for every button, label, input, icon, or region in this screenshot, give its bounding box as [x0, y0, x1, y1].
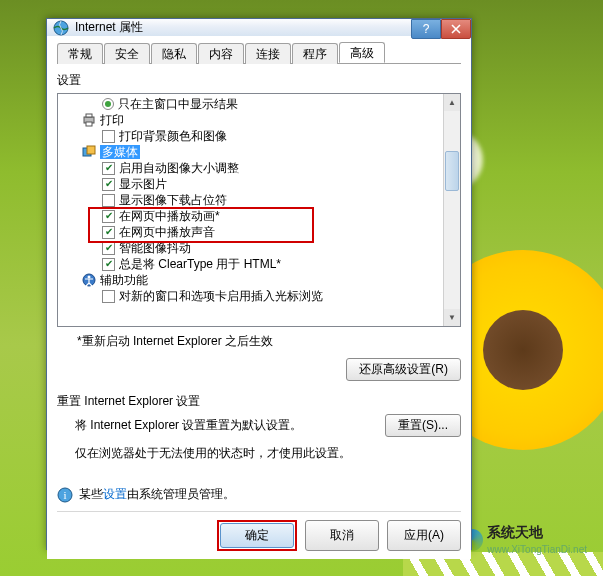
svg-text:i: i	[63, 489, 66, 501]
tabstrip: 常规 安全 隐私 内容 连接 程序 高级	[57, 42, 461, 64]
restart-note: *重新启动 Internet Explorer 之后生效	[77, 333, 461, 350]
watermark-url: www.XiTongTianDi.net	[487, 544, 587, 555]
settings-label: 设置	[57, 72, 461, 89]
tree-item-cleartype[interactable]: 总是将 ClearType 用于 HTML*	[64, 256, 441, 272]
reset-desc: 将 Internet Explorer 设置重置为默认设置。	[75, 417, 385, 434]
checkbox-icon[interactable]	[102, 194, 115, 207]
scrollbar[interactable]: ▲ ▼	[443, 94, 460, 326]
tree-category-printing[interactable]: 打印	[64, 112, 441, 128]
internet-options-dialog: Internet 属性 ? 常规 安全 隐私 内容 连接 程序 高级 设置	[46, 18, 472, 550]
ok-button[interactable]: 确定	[220, 523, 294, 548]
divider	[57, 511, 461, 512]
checkbox-icon[interactable]	[102, 210, 115, 223]
checkbox-icon[interactable]	[102, 242, 115, 255]
svg-rect-3	[86, 122, 92, 126]
tree-category-accessibility[interactable]: 辅助功能	[64, 272, 441, 288]
highlight-annotation-ok: 确定	[217, 520, 297, 551]
scroll-down-button[interactable]: ▼	[444, 309, 460, 326]
settings-link[interactable]: 设置	[103, 487, 127, 501]
info-icon: i	[57, 487, 73, 503]
tree-item-main-window[interactable]: 只在主窗口中显示结果	[64, 96, 441, 112]
tree-item-smart-dither[interactable]: 智能图像抖动	[64, 240, 441, 256]
tab-programs[interactable]: 程序	[292, 43, 338, 64]
scroll-track[interactable]	[444, 111, 460, 309]
advanced-tab-panel: 设置 只在主窗口中显示结果 打印 打印背景颜色和图	[57, 70, 461, 551]
tab-general[interactable]: 常规	[57, 43, 103, 64]
checkbox-icon[interactable]	[102, 178, 115, 191]
scroll-up-button[interactable]: ▲	[444, 94, 460, 111]
tree-item-show-placeholders[interactable]: 显示图像下载占位符	[64, 192, 441, 208]
tree-item-caret-browsing[interactable]: 对新的窗口和选项卡启用插入光标浏览	[64, 288, 441, 304]
watermark-name: 系统天地	[487, 524, 543, 540]
admin-note: i 某些设置由系统管理员管理。	[57, 486, 461, 503]
reset-warning: 仅在浏览器处于无法使用的状态时，才使用此设置。	[75, 445, 461, 462]
reset-heading: 重置 Internet Explorer 设置	[57, 393, 461, 410]
checkbox-icon[interactable]	[102, 290, 115, 303]
window-title: Internet 属性	[75, 19, 143, 36]
watermark: 系统天地 www.XiTongTianDi.net	[461, 524, 587, 556]
tab-privacy[interactable]: 隐私	[151, 43, 197, 64]
tree-item-play-sounds[interactable]: 在网页中播放声音	[64, 224, 441, 240]
checkbox-icon[interactable]	[102, 258, 115, 271]
svg-rect-2	[86, 114, 92, 117]
checkbox-icon[interactable]	[102, 130, 115, 143]
accessibility-icon	[82, 273, 96, 287]
settings-tree: 只在主窗口中显示结果 打印 打印背景颜色和图像	[57, 93, 461, 327]
multimedia-icon	[82, 145, 96, 159]
reset-button[interactable]: 重置(S)...	[385, 414, 461, 437]
close-button[interactable]	[441, 19, 471, 39]
titlebar: Internet 属性 ?	[47, 19, 471, 36]
tree-item-play-animations[interactable]: 在网页中播放动画*	[64, 208, 441, 224]
tree-category-multimedia[interactable]: 多媒体	[64, 144, 441, 160]
tab-connections[interactable]: 连接	[245, 43, 291, 64]
printer-icon	[82, 113, 96, 127]
restore-defaults-button[interactable]: 还原高级设置(R)	[346, 358, 461, 381]
help-button[interactable]: ?	[411, 19, 441, 39]
tree-item-show-images[interactable]: 显示图片	[64, 176, 441, 192]
checkbox-icon[interactable]	[102, 162, 115, 175]
checkbox-icon[interactable]	[102, 226, 115, 239]
scroll-thumb[interactable]	[445, 151, 459, 191]
globe-icon	[53, 20, 69, 36]
tree-item-print-bg[interactable]: 打印背景颜色和图像	[64, 128, 441, 144]
tab-security[interactable]: 安全	[104, 43, 150, 64]
tab-advanced[interactable]: 高级	[339, 42, 385, 63]
radio-icon[interactable]	[102, 98, 114, 110]
svg-rect-5	[87, 146, 95, 154]
svg-point-7	[88, 276, 91, 279]
cancel-button[interactable]: 取消	[305, 520, 379, 551]
tree-item-auto-resize[interactable]: 启用自动图像大小调整	[64, 160, 441, 176]
apply-button[interactable]: 应用(A)	[387, 520, 461, 551]
tab-content[interactable]: 内容	[198, 43, 244, 64]
